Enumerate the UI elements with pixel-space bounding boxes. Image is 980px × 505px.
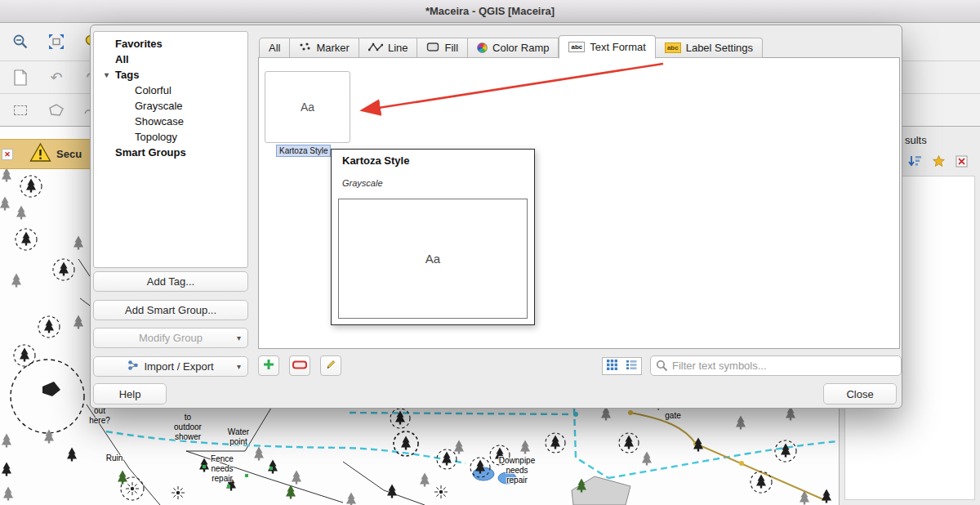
chevron-down-icon: ▾ — [237, 362, 241, 371]
sort-icon[interactable] — [908, 155, 922, 171]
close-button[interactable]: Close — [823, 383, 897, 404]
tags-item-colorful[interactable]: Colorful — [94, 83, 247, 98]
chevron-down-icon[interactable]: ▾ — [105, 67, 113, 83]
message-bar-text: Secu — [56, 148, 82, 160]
tab-label: Label Settings — [686, 42, 753, 54]
new-layout-icon[interactable] — [10, 67, 31, 88]
tab-label: Color Ramp — [492, 42, 549, 54]
symbol-item-kartoza-style[interactable]: Aa — [265, 71, 350, 143]
tab-label: Marker — [316, 42, 349, 54]
undo-icon[interactable]: ↶ — [46, 67, 67, 88]
filter-text-symbols-input[interactable] — [650, 355, 902, 376]
select-rectangle-icon[interactable] — [10, 100, 31, 121]
tags-item-smart-groups[interactable]: Smart Groups — [94, 145, 247, 160]
remove-item-button[interactable] — [289, 355, 310, 376]
help-button[interactable]: Help — [93, 383, 167, 404]
style-type-tabs: All Marker Line Fill Color Ramp abc Te — [259, 34, 763, 58]
import-export-label: Import / Export — [144, 360, 213, 373]
tab-fill[interactable]: Fill — [417, 38, 468, 58]
tab-line[interactable]: Line — [359, 38, 418, 58]
add-smart-group-button[interactable]: Add Smart Group... — [93, 300, 248, 320]
map-label: Fence needs repair — [203, 454, 242, 484]
map-label: out here? — [82, 406, 118, 426]
minus-icon — [292, 360, 307, 372]
fill-icon — [426, 42, 439, 55]
symbol-item-label: Kartoza Style — [276, 145, 331, 157]
tags-item-label: Tags — [115, 67, 139, 83]
map-label: Water point — [219, 427, 258, 447]
tooltip-preview-text: Aa — [425, 252, 440, 266]
add-item-button[interactable] — [258, 355, 279, 376]
tab-label: All — [269, 42, 280, 54]
marker-icon — [299, 42, 311, 55]
tags-item-topology[interactable]: Topology — [94, 129, 247, 145]
tags-item-all[interactable]: All — [94, 51, 247, 67]
color-ramp-icon — [477, 42, 488, 53]
tags-item-showcase[interactable]: Showcase — [94, 114, 247, 129]
share-icon — [127, 360, 139, 373]
tooltip-title: Kartoza Style — [342, 154, 409, 167]
add-tag-button[interactable]: Add Tag... — [93, 271, 248, 292]
tags-item-tags[interactable]: ▾ Tags — [94, 67, 247, 83]
tab-color-ramp[interactable]: Color Ramp — [468, 38, 559, 58]
results-panel-title: sults — [905, 134, 927, 146]
tab-all[interactable]: All — [259, 38, 290, 58]
symbol-tooltip: Kartoza Style Grayscale Aa — [331, 149, 535, 325]
tags-panel[interactable]: Favorites All ▾ Tags Colorful Grayscale … — [93, 31, 248, 268]
tags-item-grayscale[interactable]: Grayscale — [94, 98, 247, 114]
tab-label: Line — [388, 42, 408, 54]
zoom-full-extent-icon[interactable] — [46, 31, 67, 52]
tags-item-favorites[interactable]: Favorites — [94, 36, 247, 51]
close-icon[interactable]: ✕ — [2, 149, 13, 160]
clear-results-icon[interactable] — [956, 155, 968, 171]
map-label: Downpipe needs repair — [492, 456, 542, 485]
plus-icon — [263, 359, 274, 373]
modify-group-label: Modify Group — [139, 332, 203, 344]
tooltip-tag: Grayscale — [342, 178, 383, 188]
tab-marker[interactable]: Marker — [290, 38, 359, 58]
search-icon — [656, 360, 668, 375]
chevron-down-icon: ▾ — [237, 333, 241, 342]
filter-field-wrap — [650, 355, 902, 376]
tooltip-preview-box: Aa — [338, 199, 528, 319]
map-label: Ruin — [98, 454, 131, 463]
pencil-icon — [325, 359, 336, 373]
list-view-button[interactable] — [621, 357, 642, 375]
window-titlebar: *Maceira - QGIS [Maceira] — [0, 0, 980, 23]
modify-group-button[interactable]: Modify Group ▾ — [93, 328, 248, 348]
list-view-icon — [626, 360, 637, 373]
tab-text-format[interactable]: abc Text Format — [559, 35, 655, 59]
line-icon — [368, 42, 383, 55]
zoom-out-icon[interactable] — [10, 31, 31, 52]
warning-icon — [29, 142, 51, 166]
message-bar: ✕ Secu — [0, 139, 92, 169]
star-icon[interactable] — [933, 155, 945, 171]
tab-label: Text Format — [590, 41, 646, 53]
edit-item-button[interactable] — [320, 355, 341, 376]
select-polygon-icon[interactable] — [46, 100, 67, 121]
map-label: to outdoor shower — [167, 413, 209, 442]
tab-label: Fill — [444, 42, 458, 54]
window-title: *Maceira - QGIS [Maceira] — [425, 5, 555, 17]
icon-view-button[interactable] — [602, 357, 622, 375]
results-panel-toolbar — [908, 155, 968, 171]
grid-view-icon — [607, 360, 617, 373]
text-format-icon: abc — [568, 42, 585, 52]
label-settings-icon: abc — [665, 42, 681, 53]
symbol-preview: Aa — [301, 101, 314, 114]
import-export-button[interactable]: Import / Export ▾ — [93, 356, 248, 377]
tab-label-settings[interactable]: abc Label Settings — [656, 38, 763, 58]
